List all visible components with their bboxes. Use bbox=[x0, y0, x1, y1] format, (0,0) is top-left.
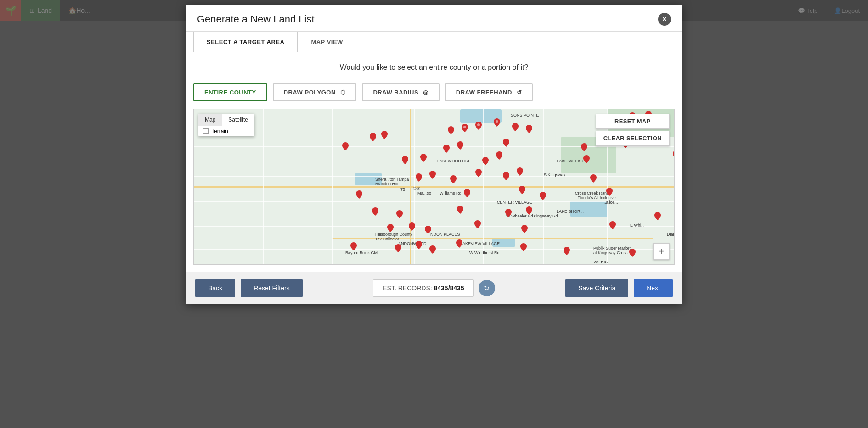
map-view-button[interactable]: Map bbox=[198, 114, 222, 126]
map-marker bbox=[503, 172, 509, 180]
map-container[interactable]: SONS POINTE LAKEWOOD CRE... LAKE WEEKS C… bbox=[193, 109, 675, 265]
map-marker bbox=[474, 220, 481, 228]
road bbox=[194, 146, 674, 147]
map-marker bbox=[381, 131, 388, 139]
map-label: SONS POINTE bbox=[511, 113, 539, 117]
map-marker bbox=[512, 123, 519, 131]
map-marker bbox=[526, 206, 532, 215]
terrain-toggle[interactable]: Terrain bbox=[198, 126, 254, 136]
records-value: 8435/8435 bbox=[434, 284, 464, 292]
map-marker bbox=[540, 192, 546, 200]
modal-dialog: Generate a New Land List × SELECT A TARG… bbox=[186, 5, 682, 304]
map-label: Cross Creek Ranch bbox=[575, 191, 611, 195]
map-marker bbox=[450, 175, 457, 183]
map-marker bbox=[475, 169, 482, 177]
reset-map-button[interactable]: RESET MAP bbox=[596, 114, 670, 129]
map-label: VALRIC... bbox=[593, 260, 611, 264]
road bbox=[263, 109, 264, 264]
map-marker bbox=[564, 247, 570, 255]
map-marker bbox=[416, 241, 422, 249]
records-count-box: EST. RECORDS: 8435/8435 bbox=[373, 279, 473, 297]
map-label: Ma...go bbox=[417, 191, 431, 195]
map-marker bbox=[396, 210, 403, 218]
polygon-icon: ⬡ bbox=[340, 89, 346, 96]
next-button[interactable]: Next bbox=[634, 279, 673, 297]
map-marker bbox=[370, 133, 376, 141]
map-label: W Windhorst Rd bbox=[469, 250, 500, 255]
map-background: SONS POINTE LAKEWOOD CRE... LAKE WEEKS C… bbox=[194, 109, 674, 264]
map-marker bbox=[609, 221, 616, 229]
map-label: Diamond Hill Go...ub bbox=[667, 232, 674, 237]
map-action-buttons: RESET MAP CLEAR SELECTION bbox=[596, 114, 670, 146]
svg-point-0 bbox=[463, 126, 466, 128]
map-label: - Florida's All Inclusive... bbox=[575, 195, 619, 200]
map-marker bbox=[342, 142, 349, 150]
map-label: NDON PLACES bbox=[430, 232, 460, 237]
map-label: LAKEWOOD CRE... bbox=[437, 159, 474, 163]
map-label: Kingsway Rd bbox=[534, 214, 558, 218]
entire-county-button[interactable]: ENTIRE COUNTY bbox=[193, 83, 267, 101]
records-display: EST. RECORDS: 8435/8435 ↻ bbox=[308, 279, 560, 297]
map-marker bbox=[356, 190, 362, 199]
map-label: Hillsborough County bbox=[375, 232, 412, 237]
satellite-view-button[interactable]: Satellite bbox=[222, 114, 254, 126]
map-label: Bayard Buick GM... bbox=[345, 250, 381, 255]
map-marker bbox=[464, 189, 470, 197]
map-marker bbox=[350, 242, 357, 250]
svg-point-2 bbox=[496, 120, 498, 123]
map-label: ANDONWOOD bbox=[398, 241, 427, 246]
modal-overlay: Generate a New Land List × SELECT A TARG… bbox=[0, 0, 868, 428]
county-selection-question: Would you like to select an entire count… bbox=[193, 60, 675, 75]
modal-footer: Back Reset Filters EST. RECORDS: 8435/84… bbox=[186, 272, 682, 304]
save-criteria-button[interactable]: Save Criteria bbox=[565, 279, 628, 297]
map-marker bbox=[429, 245, 436, 254]
map-marker bbox=[372, 207, 378, 216]
map-type-buttons: Map Satellite bbox=[198, 114, 254, 126]
map-marker bbox=[606, 188, 613, 196]
map-marker bbox=[420, 154, 427, 162]
zoom-in-button[interactable]: + bbox=[654, 244, 669, 259]
terrain-checkbox[interactable] bbox=[203, 128, 209, 134]
area-selection-buttons: ENTIRE COUNTY DRAW POLYGON ⬡ DRAW RADIUS… bbox=[193, 83, 675, 101]
refresh-records-button[interactable]: ↻ bbox=[479, 280, 495, 296]
freehand-icon: ↺ bbox=[517, 89, 522, 96]
major-road-2 bbox=[332, 238, 653, 239]
clear-selection-button[interactable]: CLEAR SELECTION bbox=[596, 131, 670, 146]
refresh-icon: ↻ bbox=[484, 284, 490, 293]
map-marker bbox=[462, 124, 468, 132]
map-marker bbox=[402, 156, 408, 164]
map-label: Williams Rd bbox=[440, 191, 462, 195]
map-marker bbox=[456, 239, 462, 248]
modal-main-content: Would you like to select an entire count… bbox=[186, 52, 682, 272]
map-marker bbox=[475, 122, 482, 130]
map-marker bbox=[526, 125, 532, 133]
road bbox=[194, 201, 674, 202]
draw-freehand-button[interactable]: DRAW FREEHAND ↺ bbox=[445, 83, 533, 101]
map-marker bbox=[416, 173, 422, 182]
map-marker bbox=[457, 141, 463, 150]
draw-radius-button[interactable]: DRAW RADIUS ◎ bbox=[362, 83, 439, 101]
map-marker bbox=[409, 222, 415, 231]
map-label: at Kingsway Crossing bbox=[593, 250, 633, 255]
back-button[interactable]: Back bbox=[195, 279, 235, 297]
modal-close-button[interactable]: × bbox=[658, 13, 671, 26]
map-marker bbox=[425, 226, 431, 234]
map-marker bbox=[521, 225, 528, 233]
map-marker bbox=[496, 151, 502, 160]
map-marker bbox=[505, 209, 512, 217]
major-road bbox=[194, 186, 674, 188]
modal-title: Generate a New Land List bbox=[197, 13, 315, 25]
reset-filters-button[interactable]: Reset Filters bbox=[241, 279, 303, 297]
modal-body: SELECT A TARGET AREA MAP VIEW Would you … bbox=[186, 32, 682, 272]
map-marker bbox=[503, 139, 509, 147]
map-marker bbox=[482, 157, 489, 165]
water-area-3 bbox=[570, 201, 607, 217]
tab-select-target-area[interactable]: SELECT A TARGET AREA bbox=[193, 32, 298, 52]
draw-polygon-button[interactable]: DRAW POLYGON ⬡ bbox=[273, 83, 357, 101]
map-marker bbox=[590, 174, 597, 183]
tab-map-view[interactable]: MAP VIEW bbox=[298, 32, 356, 52]
map-marker bbox=[629, 249, 636, 257]
map-marker bbox=[519, 186, 525, 194]
map-zoom-control: + bbox=[653, 243, 670, 260]
modal-header: Generate a New Land List × bbox=[186, 5, 682, 32]
